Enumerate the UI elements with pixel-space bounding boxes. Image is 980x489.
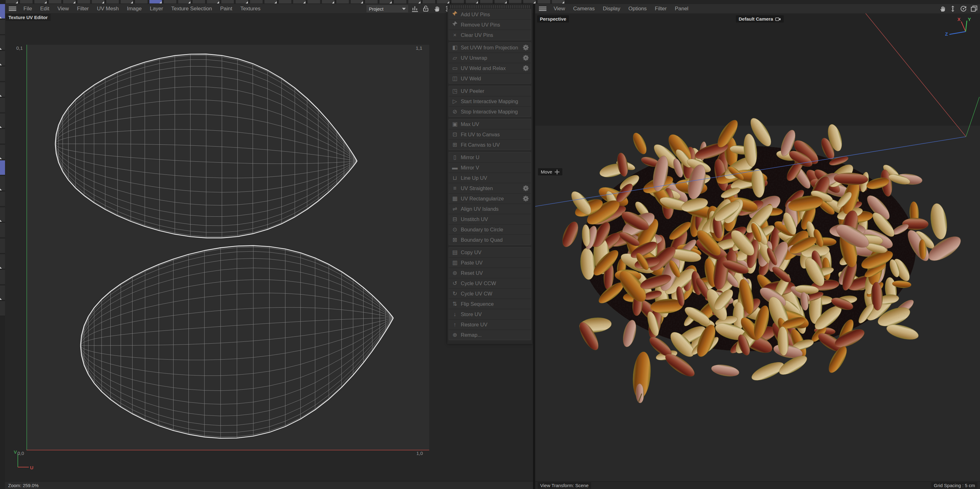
menu-filter[interactable]: Filter: [651, 4, 671, 13]
toolbar-tab[interactable]: [538, 0, 550, 3]
menu-item-fit-uv-to-canvas[interactable]: ⊡Fit UV to Canvas: [449, 129, 531, 140]
toolbar-tab[interactable]: [351, 0, 363, 3]
toolbar-tab[interactable]: [279, 0, 291, 3]
menu-item-clear-uv-pins[interactable]: ×Clear UV Pins: [449, 30, 531, 40]
menu-view[interactable]: View: [550, 4, 569, 13]
toolbar-tab[interactable]: [437, 0, 450, 3]
menu-item-cycle-uv-ccw[interactable]: ↺Cycle UV CCW: [449, 278, 531, 288]
toolbar-tab[interactable]: [293, 0, 306, 3]
menu-tearoff-handle[interactable]: [449, 5, 530, 8]
toolbar-tab[interactable]: [135, 0, 148, 3]
palette-tile[interactable]: [0, 82, 5, 97]
menu-item-add-uv-pins[interactable]: Add UV Pins: [449, 10, 531, 20]
toolbar-tab[interactable]: [6, 0, 18, 3]
menu-item-align-uv-islands[interactable]: ⇌Align UV Islands: [449, 204, 531, 214]
palette-tile[interactable]: [0, 35, 5, 50]
menu-item-remove-uv-pins[interactable]: Remove UV Pins: [449, 20, 531, 30]
toolbar-tab[interactable]: [264, 0, 277, 3]
palette-tile[interactable]: [0, 207, 5, 222]
toolbar-tab[interactable]: [452, 0, 464, 3]
toolbar-tab[interactable]: [236, 0, 248, 3]
menu-item-restore-uv[interactable]: ↑Restore UV: [449, 320, 531, 330]
toolbar-tab[interactable]: [509, 0, 522, 3]
menu-item-flip-sequence[interactable]: ⇅Flip Sequence: [449, 299, 531, 309]
menu-item-uv-unwrap[interactable]: ▱UV Unwrap: [449, 53, 531, 63]
menu-item-uv-rectangularize[interactable]: ▦UV Rectangularize: [449, 194, 531, 204]
palette-tile[interactable]: [0, 129, 5, 143]
palette-tile[interactable]: [0, 254, 5, 269]
menu-item-max-uv[interactable]: ▣Max UV: [449, 119, 531, 129]
gear-icon[interactable]: [521, 196, 531, 202]
toolbar-tab[interactable]: [49, 0, 61, 3]
menu-item-boundary-to-quad[interactable]: ⊠Boundary to Quad: [449, 235, 531, 245]
menu-item-cycle-uv-cw[interactable]: ↻Cycle UV CW: [449, 288, 531, 299]
toolbar-tab[interactable]: [480, 0, 493, 3]
palette-tile[interactable]: [0, 145, 5, 159]
menu-item-line-up-uv[interactable]: ⊔Line Up UV: [449, 173, 531, 183]
toolbar-tab[interactable]: [78, 0, 90, 3]
toolbar-tab[interactable]: [336, 0, 349, 3]
palette-tile[interactable]: [0, 239, 5, 253]
gear-icon[interactable]: [521, 55, 531, 61]
toolbar-tab[interactable]: [164, 0, 176, 3]
palette-tile[interactable]: [0, 113, 5, 128]
menu-item-unstitch-uv[interactable]: ⊟Unstitch UV: [449, 214, 531, 225]
toolbar-tab[interactable]: [20, 0, 32, 3]
toolbar-tab[interactable]: [221, 0, 234, 3]
menu-item-mirror-u[interactable]: ▯Mirror U: [449, 152, 531, 162]
palette-tile[interactable]: [0, 223, 5, 237]
menu-item-stop-interactive-mapping[interactable]: ⊘Stop Interactive Mapping: [449, 107, 531, 116]
gear-icon[interactable]: [521, 185, 531, 191]
palette-tile[interactable]: [0, 270, 5, 284]
toolbar-tab[interactable]: [250, 0, 262, 3]
menu-options[interactable]: Options: [624, 4, 651, 13]
palette-tile[interactable]: [0, 176, 5, 190]
toolbar-tab[interactable]: [523, 0, 536, 3]
palette-tile[interactable]: [0, 98, 5, 112]
toolbar-tab[interactable]: [423, 0, 435, 3]
toolbar-tab[interactable]: [380, 0, 392, 3]
toolbar-tab[interactable]: [121, 0, 133, 3]
toolbar-tab[interactable]: [408, 0, 421, 3]
menu-item-reset-uv[interactable]: ⊚Reset UV: [449, 268, 531, 278]
fit-vertical-icon[interactable]: [949, 5, 957, 13]
menu-display[interactable]: Display: [599, 4, 625, 13]
toolbar-tab[interactable]: [466, 0, 478, 3]
menu-item-uv-weld[interactable]: ◫UV Weld: [449, 73, 531, 83]
toolbar-tab[interactable]: [207, 0, 220, 3]
palette-tile[interactable]: [0, 67, 5, 81]
menu-item-set-uvw-from-projection[interactable]: ◧Set UVW from Projection: [449, 43, 531, 53]
menu-item-paste-uv[interactable]: ▥Paste UV: [449, 258, 531, 268]
palette-tile[interactable]: [0, 160, 5, 175]
toolbar-tab[interactable]: [34, 0, 47, 3]
menu-item-uv-peeler[interactable]: ◳UV Peeler: [449, 86, 531, 96]
toolbar-tab[interactable]: [92, 0, 104, 3]
toolbar-tab[interactable]: [106, 0, 119, 3]
palette-tile[interactable]: [0, 4, 5, 18]
menu-cameras[interactable]: Cameras: [569, 4, 599, 13]
palette-tile[interactable]: [0, 192, 5, 206]
menu-item-start-interactive-mapping[interactable]: ▷Start Interactive Mapping: [449, 96, 531, 107]
menu-item-store-uv[interactable]: ↓Store UV: [449, 309, 531, 320]
palette-tile[interactable]: [0, 20, 5, 34]
palette-tile[interactable]: [0, 51, 5, 65]
gear-icon[interactable]: [521, 45, 531, 51]
toolbar-tab[interactable]: [178, 0, 191, 3]
maximize-icon[interactable]: [970, 5, 978, 13]
viewport-3d[interactable]: [535, 13, 980, 481]
menu-item-fit-canvas-to-uv[interactable]: ⊞Fit Canvas to UV: [449, 140, 531, 150]
menu-item-mirror-v[interactable]: ▬Mirror V: [449, 162, 531, 173]
toolbar-tab[interactable]: [192, 0, 205, 3]
palette-tile[interactable]: [0, 285, 5, 300]
menu-item-copy-uv[interactable]: ▤Copy UV: [449, 247, 531, 258]
toolbar-tab[interactable]: [394, 0, 406, 3]
toolbar-tab[interactable]: [495, 0, 507, 3]
toolbar-tab[interactable]: [322, 0, 334, 3]
menu-panel[interactable]: Panel: [671, 4, 692, 13]
hand-icon[interactable]: [938, 5, 946, 13]
menu-item-uv-weld-and-relax[interactable]: ▭UV Weld and Relax: [449, 63, 531, 73]
menu-item-boundary-to-circle[interactable]: ⊙Boundary to Circle: [449, 225, 531, 235]
gear-icon[interactable]: [521, 65, 531, 71]
toolbar-tab[interactable]: [308, 0, 320, 3]
panel-menu-icon[interactable]: [539, 6, 546, 11]
